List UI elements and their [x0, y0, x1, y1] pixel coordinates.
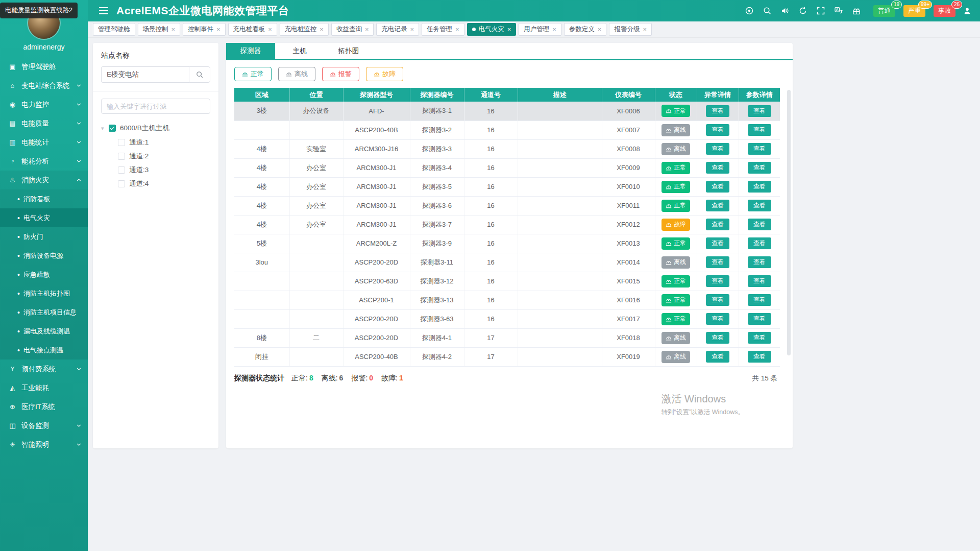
close-icon[interactable]: ×	[320, 26, 324, 33]
checkbox-checked[interactable]	[109, 125, 116, 132]
menu-toggle-icon[interactable]	[99, 10, 108, 11]
volume-icon[interactable]	[780, 6, 790, 15]
param-view-button[interactable]: 查看	[748, 181, 771, 193]
table-row[interactable]: ASCP200-20D探测器3-6316XF0017正常查看查看	[234, 309, 780, 328]
close-icon[interactable]: ×	[172, 26, 176, 33]
anomaly-view-button[interactable]: 查看	[706, 162, 729, 174]
anomaly-view-button[interactable]: 查看	[706, 200, 729, 211]
param-view-button[interactable]: 查看	[748, 124, 771, 136]
anomaly-view-button[interactable]: 查看	[706, 237, 729, 249]
table-scrollbar[interactable]	[787, 90, 791, 355]
support-icon[interactable]	[745, 6, 754, 15]
anomaly-view-button[interactable]: 查看	[706, 124, 729, 136]
checkbox-unchecked[interactable]	[118, 166, 125, 174]
anomaly-view-button[interactable]: 查看	[706, 313, 729, 325]
filter-normal-button[interactable]: 正常	[234, 67, 272, 81]
tab-user-management[interactable]: 用户管理×	[519, 23, 561, 36]
sidebar-subitem-electric-contact-temp[interactable]: •电气接点测温	[0, 341, 88, 360]
content-tab-topology[interactable]: 拓扑图	[324, 43, 373, 59]
sidebar-subitem-evacuation[interactable]: •应急疏散	[0, 265, 88, 284]
table-row[interactable]: 5楼ARCM200L-Z探测器3-916XF0013正常查看查看	[234, 234, 780, 253]
table-row[interactable]: 4楼办公室ARCM300-J1探测器3-716XF0012故障查看查看	[234, 215, 780, 234]
tab-param-definition[interactable]: 参数定义×	[564, 23, 607, 36]
checkbox-unchecked[interactable]	[118, 153, 125, 160]
sidebar-item-energy-analysis[interactable]: ◔能耗分析	[0, 152, 88, 171]
alarm-badge-normal[interactable]: 普通19	[873, 5, 895, 17]
site-search-button[interactable]	[189, 66, 210, 83]
anomaly-view-button[interactable]: 查看	[706, 256, 729, 268]
param-view-button[interactable]: 查看	[748, 219, 771, 230]
anomaly-view-button[interactable]: 查看	[706, 294, 729, 306]
tab-dashboard[interactable]: 管理驾驶舱	[93, 23, 135, 36]
table-row[interactable]: 8楼二ASCP200-20D探测器4-117XF0018离线查看查看	[234, 328, 780, 347]
sidebar-subitem-fire-host-project-info[interactable]: •消防主机项目信息	[0, 303, 88, 322]
param-view-button[interactable]: 查看	[748, 275, 771, 287]
table-row[interactable]: 闭挂ASCP200-40B探测器4-217XF0019离线查看查看	[234, 347, 780, 366]
alarm-badge-severe[interactable]: 严重99+	[903, 5, 925, 17]
checkbox-unchecked[interactable]	[118, 139, 125, 146]
tab-electric-fire[interactable]: 电气火灾×	[467, 23, 517, 36]
filter-alarm-button[interactable]: 报警	[322, 67, 359, 81]
site-search-input[interactable]	[101, 66, 189, 83]
close-icon[interactable]: ×	[410, 26, 414, 33]
filter-fault-button[interactable]: 故障	[366, 67, 403, 81]
close-icon[interactable]: ×	[552, 26, 556, 33]
sidebar-item-medical-it[interactable]: ⊕医疗IT系统	[0, 397, 88, 416]
anomaly-view-button[interactable]: 查看	[706, 181, 729, 193]
table-row[interactable]: ASCP200-63D探测器3-1216XF0015正常查看查看	[234, 272, 780, 291]
table-row[interactable]: ASCP200-1探测器3-1316XF0016正常查看查看	[234, 291, 780, 309]
anomaly-view-button[interactable]: 查看	[706, 275, 729, 287]
checkbox-unchecked[interactable]	[118, 180, 125, 187]
sidebar-subitem-fire-board[interactable]: •消防看板	[0, 189, 88, 208]
filter-offline-button[interactable]: 离线	[278, 67, 315, 81]
table-row[interactable]: 4楼办公室ARCM300-J1探测器3-616XF0011正常查看查看	[234, 196, 780, 215]
param-view-button[interactable]: 查看	[748, 162, 771, 174]
translate-icon[interactable]	[834, 6, 843, 15]
tab-charger-board[interactable]: 充电桩看板×	[228, 23, 277, 36]
param-view-button[interactable]: 查看	[748, 105, 771, 117]
close-icon[interactable]: ×	[507, 26, 511, 33]
sidebar-item-power-monitor[interactable]: ◉电力监控	[0, 95, 88, 114]
gift-icon[interactable]	[852, 6, 861, 15]
close-icon[interactable]: ×	[365, 26, 369, 33]
close-icon[interactable]: ×	[268, 26, 272, 33]
sidebar-subitem-electric-fire[interactable]: •电气火灾	[0, 208, 88, 227]
param-view-button[interactable]: 查看	[748, 143, 771, 155]
sidebar-item-power-quality[interactable]: ▤电能质量	[0, 114, 88, 133]
content-tab-host[interactable]: 主机	[275, 43, 324, 59]
anomaly-view-button[interactable]: 查看	[706, 105, 729, 117]
tab-charge-records[interactable]: 充电记录×	[376, 23, 419, 36]
sidebar-item-smart-lighting[interactable]: ☀智能照明	[0, 435, 88, 454]
sidebar-item-substation[interactable]: ⌂变电站综合系统	[0, 76, 88, 95]
sidebar-subitem-fire-equipment-power[interactable]: •消防设备电源	[0, 246, 88, 265]
user-icon[interactable]	[963, 6, 972, 15]
refresh-icon[interactable]	[798, 6, 807, 15]
sidebar-item-device-monitor[interactable]: ◫设备监测	[0, 416, 88, 435]
anomaly-view-button[interactable]: 查看	[706, 351, 729, 363]
param-view-button[interactable]: 查看	[748, 237, 771, 249]
table-row[interactable]: 4楼实验室ARCM300-J16探测器3-316XF0008离线查看查看	[234, 139, 780, 158]
tree-node-root[interactable]: ▾6000/B主机主机	[101, 121, 210, 135]
anomaly-view-button[interactable]: 查看	[706, 143, 729, 155]
param-view-button[interactable]: 查看	[748, 200, 771, 211]
table-row[interactable]: 4楼办公室ARCM300-J1探测器3-516XF0010正常查看查看	[234, 177, 780, 196]
table-row[interactable]: 4楼办公室ARCM300-J1探测器3-416XF0009正常查看查看	[234, 158, 780, 177]
param-view-button[interactable]: 查看	[748, 256, 771, 268]
tab-revenue-query[interactable]: 收益查询×	[331, 23, 374, 36]
search-icon[interactable]	[763, 6, 772, 15]
tab-scene-control[interactable]: 场景控制×	[138, 23, 181, 36]
fullscreen-icon[interactable]	[816, 6, 825, 15]
param-view-button[interactable]: 查看	[748, 332, 771, 344]
sidebar-subitem-fire-host-topology[interactable]: •消防主机拓扑图	[0, 284, 88, 303]
alarm-badge-accident[interactable]: 事故26	[934, 5, 955, 17]
close-icon[interactable]: ×	[598, 26, 602, 33]
tree-node-channel[interactable]: 通道:2	[101, 149, 210, 163]
sidebar-item-fire[interactable]: ♨消防火灾	[0, 171, 88, 189]
table-row[interactable]: 3楼办公设备AFD-探测器3-116XF0006正常查看查看	[234, 102, 780, 121]
close-icon[interactable]: ×	[216, 26, 220, 33]
param-view-button[interactable]: 查看	[748, 313, 771, 325]
tree-filter-input[interactable]	[101, 99, 210, 114]
caret-down-icon[interactable]: ▾	[101, 125, 106, 132]
tab-control-events[interactable]: 控制事件×	[183, 23, 226, 36]
content-tab-detector[interactable]: 探测器	[226, 43, 275, 59]
